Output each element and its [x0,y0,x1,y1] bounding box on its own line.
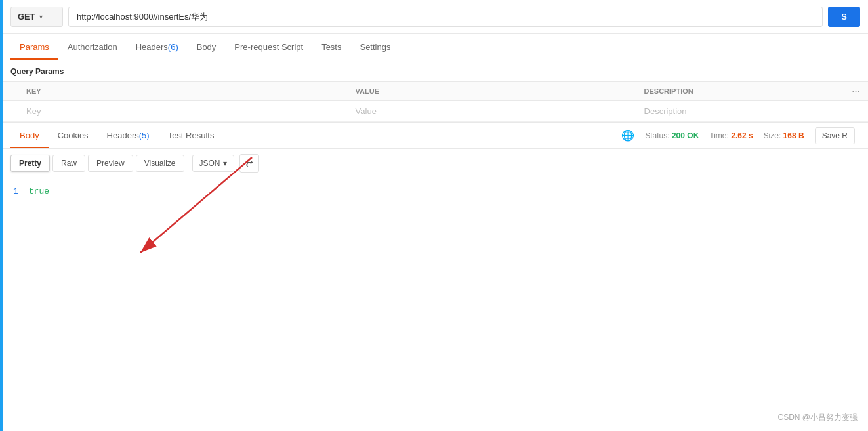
code-output: 1true [3,178,868,204]
status-meta: Status: 200 OK [645,131,699,140]
tab-body[interactable]: Body [188,34,226,60]
response-tab-headers[interactable]: Headers(5) [98,123,159,148]
more-icon: ··· [852,87,860,95]
line-number: 1 [13,186,18,196]
request-tabs: Params Authorization Headers(6) Body Pre… [3,34,868,60]
time-value: 2.62 s [731,131,753,140]
response-tabs: Body Cookies Headers(5) Test Results 🌐 S… [3,123,868,149]
row-more [844,101,868,122]
size-value: 168 B [783,131,804,140]
row-value[interactable]: Value [348,101,636,122]
save-response-button[interactable]: Save R [815,127,855,144]
main-container: GET ▾ S Params Authorization Headers(6) … [0,0,868,431]
row-key[interactable]: Key [18,101,348,122]
response-tab-body[interactable]: Body [10,123,49,148]
time-meta: Time: 2.62 s [709,131,753,140]
method-selector[interactable]: GET ▾ [10,7,63,27]
visualize-button[interactable]: Visualize [136,155,184,172]
table-row: Key Value Description [3,101,868,122]
tab-settings[interactable]: Settings [350,34,400,60]
col-more-header: ··· [844,82,868,101]
size-meta: Size: 168 B [764,131,804,140]
json-selector[interactable]: JSON ▾ [192,155,234,172]
query-params-label: Query Params [3,60,868,81]
tab-authorization[interactable]: Authorization [58,34,127,60]
tab-params[interactable]: Params [10,34,58,60]
headers-badge: (6) [168,42,178,52]
send-button[interactable]: S [828,7,860,27]
tab-pre-request-script[interactable]: Pre-request Script [225,34,312,60]
response-section: Body Cookies Headers(5) Test Results 🌐 S… [3,122,868,204]
tab-headers[interactable]: Headers(6) [127,34,188,60]
json-chevron-icon: ▾ [223,159,227,168]
col-check-header [3,82,18,101]
row-desc[interactable]: Description [636,101,844,122]
response-tab-cookies[interactable]: Cookies [49,123,98,148]
response-meta: 🌐 Status: 200 OK Time: 2.62 s Size: 168 … [621,127,860,144]
globe-icon: 🌐 [621,129,634,142]
row-check [3,101,18,122]
params-table: KEY VALUE DESCRIPTION ··· Key Value Desc… [3,81,868,122]
pretty-button[interactable]: Pretty [10,155,50,172]
code-value: true [29,186,49,196]
wrap-button[interactable]: ⇄ [239,154,259,173]
watermark: CSDN @小吕努力变强 [777,412,858,423]
preview-button[interactable]: Preview [88,155,133,172]
url-input[interactable] [68,7,823,27]
raw-button[interactable]: Raw [52,155,85,172]
tab-tests[interactable]: Tests [312,34,350,60]
response-tab-test-results[interactable]: Test Results [159,123,224,148]
url-bar: GET ▾ S [3,0,868,34]
chevron-down-icon: ▾ [39,13,43,20]
format-bar: Pretty Raw Preview Visualize JSON ▾ ⇄ [3,149,868,178]
status-value: 200 OK [672,131,699,140]
col-key-header: KEY [18,82,348,101]
response-headers-badge: (5) [139,131,150,140]
col-value-header: VALUE [348,82,636,101]
col-desc-header: DESCRIPTION [636,82,844,101]
method-text: GET [18,12,35,22]
